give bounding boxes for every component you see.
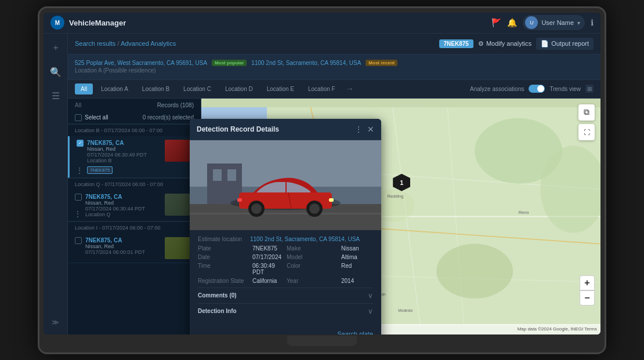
color-value: Red bbox=[341, 263, 352, 269]
record-info-2: 7NEK875, CA Nissan, Red 07/17/2024 06:30… bbox=[85, 194, 161, 217]
tab-location-d[interactable]: Location D bbox=[219, 83, 259, 94]
modify-analytics-button[interactable]: ⚙ Modify analytics bbox=[478, 40, 531, 48]
trends-view-label: Trends view bbox=[549, 86, 581, 92]
report-icon: 📄 bbox=[541, 40, 549, 48]
flag-icon[interactable]: 🚩 bbox=[491, 18, 501, 27]
tab-right-controls: Analyze associations Trends view ▦ bbox=[470, 85, 594, 93]
zoom-controls: + − bbox=[580, 275, 595, 306]
sidebar-collapse-icon[interactable]: ≫ bbox=[49, 316, 61, 329]
record-details-2: Nissan, Red bbox=[85, 200, 161, 206]
record-plate-1: 7NEK875, CA bbox=[87, 140, 161, 146]
record-plate-3: 7NEK875, CA bbox=[85, 237, 161, 243]
sidebar-search-icon[interactable]: 🔍 bbox=[48, 64, 64, 80]
record-more-icon-1[interactable]: ⋮ bbox=[75, 166, 84, 175]
record-details-1: Nissan, Red bbox=[87, 146, 161, 152]
tab-location-e[interactable]: Location E bbox=[261, 83, 300, 94]
plate-value: 7NEK875 bbox=[252, 245, 277, 252]
details-grid: Plate 7NEK875 Make Nissan Date 07/17/202… bbox=[198, 245, 373, 284]
svg-point-29 bbox=[251, 203, 262, 214]
reg-state-value: California bbox=[252, 278, 277, 284]
select-all-checkbox-label[interactable]: Select all bbox=[75, 114, 108, 121]
tab-bar: All Location A Location B Location C Loc… bbox=[68, 80, 600, 99]
info-icon[interactable]: ℹ bbox=[591, 18, 594, 27]
record-item-3[interactable]: 7NEK875, CA Nissan, Red 07/17/2024 06:00… bbox=[68, 234, 201, 263]
tab-location-a[interactable]: Location A bbox=[95, 83, 134, 94]
tab-all[interactable]: All bbox=[75, 83, 93, 94]
modal-title: Detection Record Details bbox=[197, 125, 279, 133]
year-value: 2014 bbox=[341, 278, 354, 284]
year-label: Year bbox=[287, 278, 339, 284]
selected-count: 0 record(s) selected bbox=[143, 114, 194, 121]
bell-icon[interactable]: 🔔 bbox=[507, 18, 517, 27]
record-location-1: Location B bbox=[87, 158, 161, 163]
record-location-2: Location Q bbox=[85, 212, 161, 217]
sidebar-add-icon[interactable]: ＋ bbox=[49, 39, 63, 56]
search-plate-button[interactable]: Search plate bbox=[337, 330, 373, 334]
cluster-1[interactable]: 1 bbox=[393, 174, 410, 191]
record-item-2[interactable]: 7NEK875, CA Nissan, Red 07/17/2024 06:30… bbox=[68, 190, 201, 221]
left-sidebar: ＋ 🔍 ☰ ≫ bbox=[44, 34, 68, 334]
fullscreen-button[interactable]: ⛶ bbox=[578, 124, 595, 140]
record-time-2: 07/17/2024 06:30:44 PDT bbox=[85, 206, 161, 212]
tab-location-f[interactable]: Location F bbox=[302, 83, 341, 94]
svg-text:Modesto: Modesto bbox=[398, 308, 413, 312]
results-header: All Records (108) bbox=[68, 99, 201, 112]
record-checkbox-2[interactable] bbox=[75, 194, 82, 201]
modal-more-button[interactable]: ⋮ bbox=[354, 125, 363, 134]
record-info-3: 7NEK875, CA Nissan, Red 07/17/2024 06:00… bbox=[85, 237, 161, 255]
toolbar: Search results / Advanced Analytics 7NEK… bbox=[68, 34, 600, 54]
location-row-2: Location A (Possible residence) bbox=[75, 67, 594, 74]
tab-location-b[interactable]: Location B bbox=[136, 83, 175, 94]
reg-state-cell: Registration State California bbox=[198, 278, 284, 284]
most-popular-tag: Most popular bbox=[212, 60, 247, 66]
monitor: M VehicleManager 🚩 🔔 U User Name ▾ ℹ ＋ 🔍… bbox=[38, 6, 606, 354]
car-image-svg bbox=[190, 140, 381, 230]
estimate-location-row: Estimate location 1100 2nd St, Sacrament… bbox=[198, 236, 373, 242]
output-report-button[interactable]: 📄 Output report bbox=[536, 38, 594, 50]
modal-close-button[interactable]: ✕ bbox=[367, 125, 374, 134]
record-checkbox-3[interactable] bbox=[75, 237, 82, 244]
layers-button[interactable]: ⧉ bbox=[578, 104, 595, 121]
select-all-checkbox[interactable] bbox=[75, 114, 82, 121]
group-header-3: Location I - 07/17/2024 06:00 - 07:00 bbox=[68, 221, 201, 234]
tab-location-c[interactable]: Location C bbox=[178, 83, 217, 94]
svg-rect-23 bbox=[207, 163, 242, 204]
comments-section-toggle[interactable]: Comments (0) ∨ bbox=[198, 288, 373, 303]
svg-rect-33 bbox=[237, 198, 242, 202]
time-label: Time bbox=[198, 263, 250, 269]
location-addr-1[interactable]: 525 Poplar Ave, West Sacramento, CA 9569… bbox=[75, 60, 207, 66]
monitor-stand bbox=[287, 336, 357, 346]
motorola-logo: M bbox=[50, 16, 64, 30]
zoom-in-button[interactable]: + bbox=[580, 275, 595, 290]
sidebar-list-icon[interactable]: ☰ bbox=[49, 88, 62, 104]
record-details-3: Nissan, Red bbox=[85, 243, 161, 249]
records-count: Records (108) bbox=[157, 102, 194, 108]
map-controls: ⧉ ⛶ bbox=[578, 104, 595, 140]
cluster-hex-1: 1 bbox=[393, 174, 410, 191]
trends-toggle[interactable]: ▦ bbox=[585, 85, 594, 93]
record-more-icon-2[interactable]: ⋮ bbox=[74, 209, 82, 219]
record-checkbox-1[interactable]: ✓ bbox=[77, 140, 84, 147]
app-title: VehicleManager bbox=[69, 19, 487, 27]
results-all-label: All bbox=[75, 102, 81, 108]
user-chevron-icon: ▾ bbox=[577, 20, 580, 26]
make-label: Make bbox=[287, 245, 339, 252]
svg-rect-22 bbox=[190, 213, 381, 214]
estimate-location-value: 1100 2nd St, Sacramento, CA 95814, USA bbox=[250, 236, 360, 242]
color-label: Color bbox=[287, 263, 339, 269]
user-menu[interactable]: U User Name ▾ bbox=[523, 15, 585, 30]
color-cell: Color Red bbox=[287, 263, 373, 275]
plate-badge: 7NEK875 bbox=[439, 39, 473, 48]
analyze-toggle[interactable] bbox=[529, 85, 545, 93]
nav-icons: 🚩 🔔 U User Name ▾ ℹ bbox=[491, 15, 594, 30]
location-addr-2[interactable]: 1100 2nd St, Sacramento, CA 95814, USA bbox=[251, 60, 361, 66]
breadcrumb-link[interactable]: Advanced Analytics bbox=[121, 40, 176, 47]
tab-more-icon[interactable]: → bbox=[346, 84, 354, 93]
location-row-1: 525 Poplar Ave, West Sacramento, CA 9569… bbox=[75, 60, 594, 66]
record-item[interactable]: ✓ 7NEK875, CA Nissan, Red 07/17/2024 06:… bbox=[68, 136, 201, 178]
zoom-out-button[interactable]: − bbox=[580, 290, 595, 306]
record-info-1: 7NEK875, CA Nissan, Red 07/17/2024 06:30… bbox=[87, 140, 161, 174]
analyze-associations-label: Analyze associations bbox=[470, 86, 524, 92]
svg-point-10 bbox=[436, 243, 513, 298]
detection-info-section-toggle[interactable]: Detection Info ∨ bbox=[198, 303, 373, 319]
